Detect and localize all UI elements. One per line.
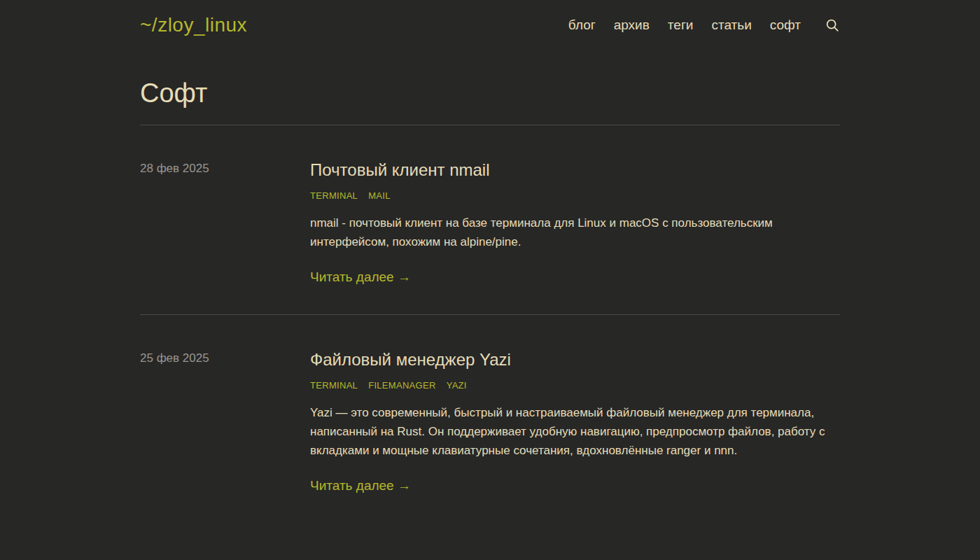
nav-item-tags[interactable]: теги: [668, 18, 694, 33]
tag-filemanager[interactable]: FILEMANAGER: [368, 380, 435, 391]
post-item-nmail: 28 фев 2025 Почтовый клиент nmail TERMIN…: [140, 125, 840, 315]
post-item-yazi: 25 фев 2025 Файловый менеджер Yazi TERMI…: [140, 315, 840, 523]
page-title: Софт: [140, 78, 840, 125]
post-date: 25 фев 2025: [140, 349, 310, 493]
main-nav: блог архив теги статьи софт: [568, 18, 840, 33]
post-title-link[interactable]: Почтовый клиент nmail: [310, 159, 840, 181]
tag-mail[interactable]: MAIL: [368, 190, 391, 201]
nav-item-blog[interactable]: блог: [568, 18, 596, 33]
post-tags: TERMINAL MAIL: [310, 190, 840, 201]
read-more-link[interactable]: Читать далее →: [310, 270, 411, 285]
post-title-link[interactable]: Файловый менеджер Yazi: [310, 349, 840, 370]
tag-terminal[interactable]: TERMINAL: [310, 380, 358, 391]
tag-terminal[interactable]: TERMINAL: [310, 190, 358, 201]
page-container: ~/zloy_linux блог архив теги статьи софт…: [140, 0, 840, 523]
search-button[interactable]: [825, 18, 840, 33]
post-body: Файловый менеджер Yazi TERMINAL FILEMANA…: [310, 349, 840, 493]
post-body: Почтовый клиент nmail TERMINAL MAIL nmai…: [310, 159, 840, 285]
post-date: 28 фев 2025: [140, 159, 310, 285]
nav-item-archive[interactable]: архив: [614, 18, 650, 33]
site-header: ~/zloy_linux блог архив теги статьи софт: [140, 0, 840, 36]
nav-item-soft[interactable]: софт: [770, 18, 801, 33]
site-logo[interactable]: ~/zloy_linux: [140, 14, 247, 36]
search-icon: [825, 18, 840, 33]
post-excerpt: nmail - почтовый клиент на базе терминал…: [310, 214, 840, 251]
post-tags: TERMINAL FILEMANAGER YAZI: [310, 380, 840, 391]
nav-item-articles[interactable]: статьи: [711, 18, 751, 33]
main-content: Софт 28 фев 2025 Почтовый клиент nmail T…: [140, 78, 840, 523]
tag-yazi[interactable]: YAZI: [447, 380, 467, 391]
read-more-link[interactable]: Читать далее →: [310, 478, 411, 493]
post-excerpt: Yazi — это современный, быстрый и настра…: [310, 403, 840, 460]
